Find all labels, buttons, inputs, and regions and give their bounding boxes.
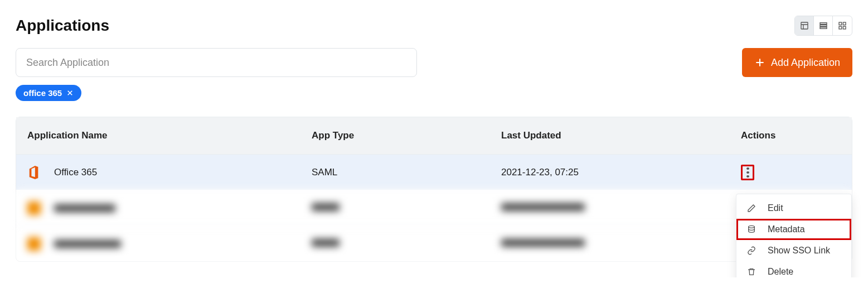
filter-chip-close[interactable] [66,89,74,97]
applications-table: Application Name App Type Last Updated A… [16,117,852,262]
col-header-updated: Last Updated [501,130,741,141]
close-icon [66,89,74,97]
grid-icon [838,21,847,30]
svg-point-14 [749,226,755,228]
filter-chip: office 365 [16,85,81,101]
col-header-name: Application Name [27,130,312,141]
dropdown-edit-label: Edit [768,203,783,213]
row-actions-menu-trigger[interactable] [741,165,754,180]
trash-icon [746,267,757,277]
add-application-button[interactable]: Add Application [742,48,852,77]
dropdown-delete-label: Delete [768,267,793,277]
svg-rect-3 [820,23,827,25]
col-header-actions: Actions [741,130,841,141]
svg-rect-9 [843,26,846,29]
dropdown-item-edit[interactable]: Edit [736,198,851,219]
dropdown-metadata-label: Metadata [768,224,805,234]
view-toggle-layout[interactable] [795,16,814,35]
app-type: SAML [312,167,501,178]
search-input[interactable] [16,48,417,77]
table-row [16,190,852,226]
svg-rect-7 [843,22,846,25]
view-toggle-group [794,16,852,36]
app-name: Office 365 [54,167,97,178]
dropdown-item-delete[interactable]: Delete [736,261,851,278]
layout-icon [800,21,809,30]
app-updated: 2021-12-23, 07:25 [501,167,741,178]
pencil-icon [746,203,757,213]
page-title: Applications [16,17,109,35]
app-icon [27,202,41,215]
dropdown-show-sso-label: Show SSO Link [768,246,830,256]
list-icon [819,21,828,30]
svg-rect-5 [820,27,827,29]
svg-rect-8 [839,26,842,29]
view-toggle-grid[interactable] [833,16,852,35]
table-row[interactable]: Office 365 SAML 2021-12-23, 07:25 Edit [16,154,852,190]
database-icon [746,224,757,234]
plus-icon [754,57,765,68]
svg-rect-4 [820,25,827,27]
svg-rect-6 [839,22,842,25]
dropdown-item-show-sso[interactable]: Show SSO Link [736,240,851,261]
table-row [16,226,852,261]
view-toggle-list[interactable] [814,16,833,35]
table-header-row: Application Name App Type Last Updated A… [16,117,852,154]
filter-chip-label: office 365 [23,88,62,98]
add-application-label: Add Application [771,57,840,69]
dropdown-item-metadata[interactable]: Metadata [736,219,851,240]
col-header-type: App Type [312,130,501,141]
app-icon [27,237,41,251]
svg-rect-0 [801,22,808,29]
row-actions-dropdown: Edit Metadata Show SSO Link [736,194,852,278]
link-icon [746,246,757,256]
office-365-icon [27,166,41,179]
